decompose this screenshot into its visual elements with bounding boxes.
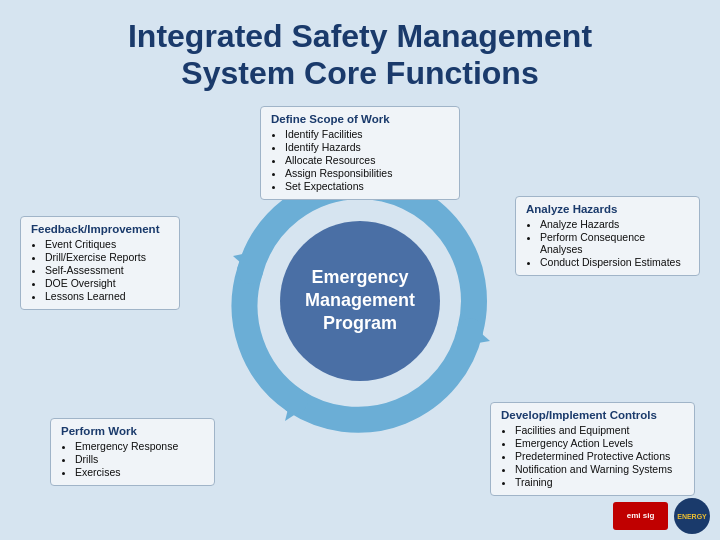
list-item: Event Critiques	[45, 238, 169, 250]
box-feedback: Feedback/Improvement Event Critiques Dri…	[20, 216, 180, 310]
list-item: Assign Responsibilities	[285, 167, 449, 179]
box-develop-controls: Develop/Implement Controls Facilities an…	[490, 402, 695, 496]
box-analyze-hazards: Analyze Hazards Analyze Hazards Perform …	[515, 196, 700, 276]
list-item: Predetermined Protective Actions	[515, 450, 684, 462]
emi-logo-text: emi sig	[627, 512, 655, 521]
list-item: Analyze Hazards	[540, 218, 689, 230]
list-item: Conduct Dispersion Estimates	[540, 256, 689, 268]
box-feedback-list: Event Critiques Drill/Exercise Reports S…	[31, 238, 169, 302]
list-item: Drills	[75, 453, 204, 465]
list-item: Lessons Learned	[45, 290, 169, 302]
list-item: Emergency Response	[75, 440, 204, 452]
list-item: Drill/Exercise Reports	[45, 251, 169, 263]
box-develop-controls-title: Develop/Implement Controls	[501, 409, 684, 421]
doe-logo: ENERGY	[674, 498, 710, 534]
title-line1: Integrated Safety Management	[128, 18, 592, 54]
box-define-scope-title: Define Scope of Work	[271, 113, 449, 125]
page: Integrated Safety Management System Core…	[0, 0, 720, 540]
box-perform-work: Perform Work Emergency Response Drills E…	[50, 418, 215, 486]
list-item: Identify Facilities	[285, 128, 449, 140]
box-analyze-hazards-list: Analyze Hazards Perform Consequence Anal…	[526, 218, 689, 268]
list-item: DOE Oversight	[45, 277, 169, 289]
box-define-scope: Define Scope of Work Identify Facilities…	[260, 106, 460, 200]
list-item: Allocate Resources	[285, 154, 449, 166]
main-content: Emergency Management Program Define Scop…	[20, 106, 700, 496]
box-analyze-hazards-title: Analyze Hazards	[526, 203, 689, 215]
list-item: Identify Hazards	[285, 141, 449, 153]
box-feedback-title: Feedback/Improvement	[31, 223, 169, 235]
center-text: Emergency Management Program	[280, 256, 440, 346]
title-line2: System Core Functions	[181, 55, 538, 91]
list-item: Emergency Action Levels	[515, 437, 684, 449]
list-item: Exercises	[75, 466, 204, 478]
center-circle: Emergency Management Program	[280, 221, 440, 381]
box-define-scope-list: Identify Facilities Identify Hazards All…	[271, 128, 449, 192]
box-perform-work-title: Perform Work	[61, 425, 204, 437]
page-title: Integrated Safety Management System Core…	[20, 18, 700, 92]
footer-logos: emi sig ENERGY	[613, 498, 710, 534]
box-develop-controls-list: Facilities and Equipment Emergency Actio…	[501, 424, 684, 488]
box-perform-work-list: Emergency Response Drills Exercises	[61, 440, 204, 478]
list-item: Perform Consequence Analyses	[540, 231, 689, 255]
emi-logo: emi sig	[613, 502, 668, 530]
list-item: Notification and Warning Systems	[515, 463, 684, 475]
list-item: Self-Assessment	[45, 264, 169, 276]
list-item: Set Expectations	[285, 180, 449, 192]
list-item: Facilities and Equipment	[515, 424, 684, 436]
doe-logo-text: ENERGY	[677, 513, 707, 520]
list-item: Training	[515, 476, 684, 488]
